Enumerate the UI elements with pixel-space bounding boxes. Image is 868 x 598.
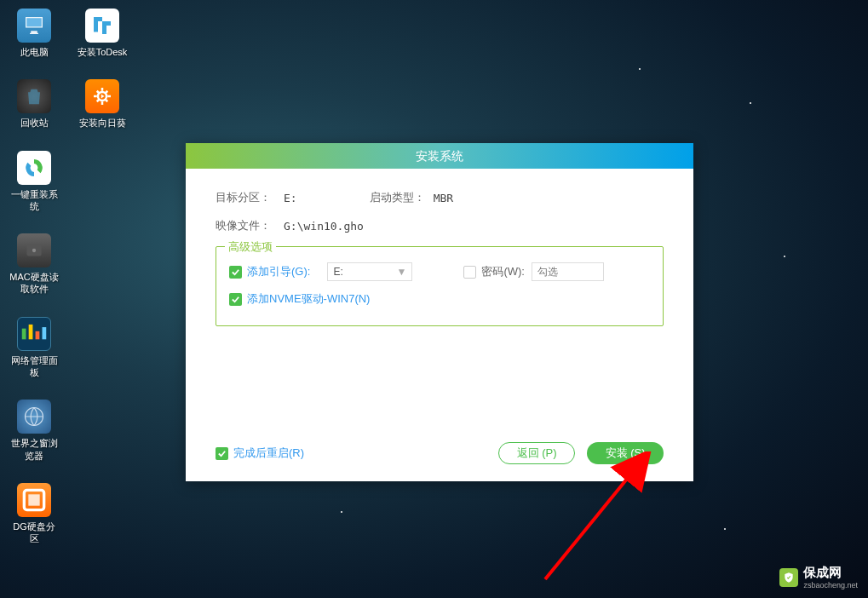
desktop-icon-browser[interactable]: 世界之窗浏览器 bbox=[9, 400, 60, 462]
nvme-label: 添加NVME驱动-WIN7(N) bbox=[247, 291, 370, 307]
svg-rect-8 bbox=[43, 327, 47, 339]
password-input[interactable] bbox=[532, 262, 604, 281]
monitor-icon bbox=[17, 9, 51, 43]
target-partition-value: E: bbox=[284, 192, 297, 204]
check-icon bbox=[217, 449, 227, 458]
check-icon bbox=[231, 267, 240, 277]
install-system-dialog: 安装系统 目标分区： E: 启动类型： MBR 映像文件： G:\win10.g… bbox=[186, 143, 693, 481]
watermark-title: 保成网 bbox=[803, 565, 858, 581]
desktop-icon-network-panel[interactable]: 网络管理面板 bbox=[9, 317, 60, 379]
desktop-icon-label: DG硬盘分区 bbox=[9, 520, 60, 545]
check-icon bbox=[231, 295, 240, 304]
advanced-options-fieldset: 高级选项 添加引导(G): E: ▼ 密码(W): 添加NVME驱动-WIN7(… bbox=[216, 246, 664, 326]
chevron-down-icon: ▼ bbox=[397, 266, 407, 278]
add-boot-label: 添加引导(G): bbox=[247, 264, 310, 279]
advanced-legend: 高级选项 bbox=[225, 239, 276, 255]
svg-marker-2 bbox=[101, 95, 105, 99]
desktop-icon-label: 安装向日葵 bbox=[79, 117, 126, 129]
boot-drive-value: E: bbox=[333, 266, 342, 278]
shield-icon bbox=[779, 568, 798, 587]
svg-rect-6 bbox=[29, 325, 33, 339]
desktop-icon-label: 一键重装系统 bbox=[9, 188, 60, 213]
desktop-icon-label: 世界之窗浏览器 bbox=[9, 437, 60, 462]
boot-type-value: MBR bbox=[434, 192, 453, 204]
svg-rect-0 bbox=[26, 18, 42, 26]
boot-type-label: 启动类型： bbox=[370, 190, 434, 205]
desktop-icon-reinstall[interactable]: 一键重装系统 bbox=[9, 151, 60, 213]
dg-icon bbox=[17, 483, 51, 517]
desktop-icon-recycle-bin[interactable]: 回收站 bbox=[9, 79, 60, 129]
restart-checkbox[interactable] bbox=[216, 447, 228, 460]
password-checkbox[interactable] bbox=[463, 266, 476, 279]
install-button[interactable]: 安装 (S) bbox=[587, 442, 664, 464]
add-boot-checkbox[interactable] bbox=[229, 266, 242, 279]
image-file-label: 映像文件： bbox=[216, 218, 284, 233]
network-icon bbox=[17, 317, 51, 351]
watermark-url: zsbaocheng.net bbox=[803, 581, 858, 589]
watermark: 保成网 zsbaocheng.net bbox=[779, 565, 858, 589]
svg-line-12 bbox=[545, 464, 639, 579]
sunflower-icon bbox=[85, 79, 119, 113]
svg-point-4 bbox=[32, 249, 36, 252]
target-partition-label: 目标分区： bbox=[216, 190, 284, 205]
nvme-checkbox[interactable] bbox=[229, 293, 242, 306]
target-partition-row: 目标分区： E: 启动类型： MBR bbox=[216, 190, 664, 205]
image-file-value: G:\win10.gho bbox=[284, 220, 364, 233]
svg-rect-7 bbox=[36, 331, 40, 340]
restart-label: 完成后重启(R) bbox=[233, 446, 304, 461]
desktop-icon-todesk[interactable]: 安装ToDesk bbox=[77, 9, 128, 58]
desktop-icon-label: 安装ToDesk bbox=[78, 46, 128, 58]
boot-drive-dropdown[interactable]: E: ▼ bbox=[327, 262, 412, 281]
reinstall-icon bbox=[17, 151, 51, 185]
desktop-icon-label: MAC硬盘读取软件 bbox=[9, 271, 60, 296]
desktop-icon-label: 此电脑 bbox=[20, 46, 49, 58]
back-button[interactable]: 返回 (P) bbox=[498, 442, 575, 464]
mac-disk-icon bbox=[17, 233, 51, 267]
desktop-icon-mac-disk[interactable]: MAC硬盘读取软件 bbox=[9, 233, 60, 296]
todesk-icon bbox=[85, 9, 119, 43]
dialog-title: 安装系统 bbox=[186, 143, 693, 169]
globe-icon bbox=[17, 400, 51, 434]
svg-rect-5 bbox=[22, 328, 26, 339]
desktop-icon-dg[interactable]: DG硬盘分区 bbox=[9, 483, 60, 545]
svg-rect-11 bbox=[28, 494, 39, 505]
password-label: 密码(W): bbox=[481, 264, 525, 279]
desktop-icon-this-pc[interactable]: 此电脑 bbox=[9, 9, 60, 58]
recycle-icon bbox=[17, 79, 51, 113]
image-file-row: 映像文件： G:\win10.gho bbox=[216, 218, 664, 233]
desktop-icon-sunflower[interactable]: 安装向日葵 bbox=[77, 79, 128, 129]
desktop-icon-label: 回收站 bbox=[20, 117, 49, 129]
desktop-icon-label: 网络管理面板 bbox=[9, 354, 60, 379]
